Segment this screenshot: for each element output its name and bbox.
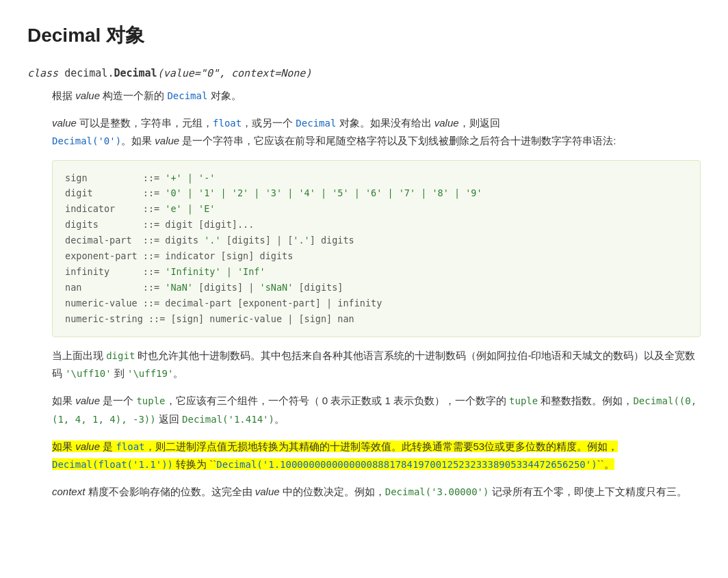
decimal-precision-example: Decimal('3.00000') <box>385 486 489 497</box>
decimal-default: Decimal('0') <box>52 135 121 146</box>
highlight-text: 如果 value 是 float，则二进制浮点值无损地转换为其精确的十进制等效值… <box>52 441 618 470</box>
value-italic-3: value <box>155 135 179 146</box>
desc-1: 根据 value 构造一个新的 Decimal 对象。 <box>52 87 701 105</box>
value-ref-1: value <box>75 90 100 101</box>
desc-2: value 可以是整数，字符串，元组，float，或另一个 Decimal 对象… <box>52 114 701 150</box>
desc-5-highlighted: 如果 value 是 float，则二进制浮点值无损地转换为其精确的十进制等效值… <box>52 438 701 474</box>
decimal-ref-1: Decimal <box>167 90 207 101</box>
value-italic-4: value <box>75 395 100 406</box>
desc-3: 当上面出现 digit 时也允许其他十进制数码。其中包括来自各种其他语言系统的十… <box>52 347 701 383</box>
value-italic-2: value <box>434 117 459 129</box>
class-body: 根据 value 构造一个新的 Decimal 对象。 value 可以是整数，… <box>27 87 701 501</box>
uff10-ref: '\uff10' <box>65 368 111 379</box>
uff19-ref: '\uff19' <box>127 368 173 379</box>
tuple-ref: tuple <box>136 395 165 406</box>
class-name: Decimal <box>114 67 157 79</box>
desc-4: 如果 value 是一个 tuple，它应该有三个组件，一个符号（ 0 表示正数… <box>52 392 701 428</box>
class-signature: class decimal.Decimal(value="0", context… <box>27 65 701 81</box>
decimal-float-example: Decimal(float('1.1')) <box>52 459 173 470</box>
decimal-ref-2: Decimal <box>296 118 336 129</box>
desc-6: context 精度不会影响存储的位数。这完全由 value 中的位数决定。例如… <box>52 483 701 501</box>
syntax-block: sign ::= '+' | '-' digit ::= '0' | '1' |… <box>52 160 701 337</box>
decimal-example-result: Decimal('1.414') <box>182 414 274 425</box>
value-italic-1: value <box>52 117 77 129</box>
page-title: Decimal 对象 <box>27 21 701 51</box>
keyword-class: class <box>27 67 58 79</box>
decimal-long-result: Decimal('1.10000000000000008881784197001… <box>216 459 597 470</box>
context-italic: context <box>52 486 85 497</box>
digit-ref: digit <box>106 350 135 361</box>
module-name: decimal. <box>64 67 114 79</box>
value-italic-6: value <box>255 486 280 497</box>
tuple-ref-2: tuple <box>509 395 538 406</box>
class-definition: class decimal.Decimal(value="0", context… <box>27 65 701 501</box>
class-params: (value="0", context=None) <box>157 67 312 79</box>
float-highlight: float <box>116 441 144 452</box>
float-ref: float <box>213 118 242 129</box>
value-italic-5: value <box>75 441 100 452</box>
